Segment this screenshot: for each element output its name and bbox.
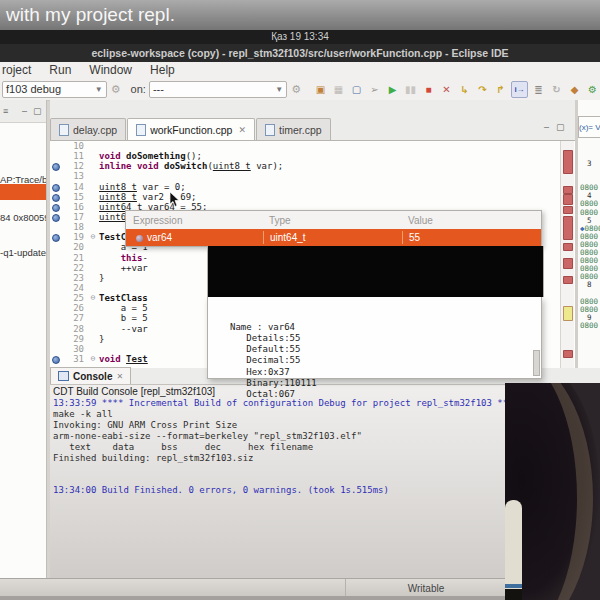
debug-row[interactable]: -q1-update/t	[0, 246, 46, 259]
tab-console[interactable]: Console ✕	[50, 367, 131, 384]
webcam-overlay	[505, 383, 600, 600]
step-over-icon[interactable]: ↷	[475, 82, 490, 97]
breakpoint-margin[interactable]	[50, 344, 62, 354]
breakpoint-margin[interactable]	[50, 171, 62, 181]
annotation-marker[interactable]	[563, 150, 573, 174]
breakpoint-margin[interactable]	[50, 151, 62, 161]
breakpoint-icon[interactable]	[50, 182, 62, 192]
close-icon[interactable]: ✕	[238, 125, 246, 135]
breakpoint-margin[interactable]	[50, 273, 62, 283]
breakpoint-margin[interactable]	[50, 303, 62, 313]
tab-variables[interactable]: (x)= V	[578, 116, 600, 138]
step-into-icon[interactable]: ↳	[457, 82, 472, 97]
view-menu-icon[interactable]: ≡	[3, 106, 8, 116]
fold-collapse-icon[interactable]: ⊖	[87, 354, 99, 364]
line-number: 28	[62, 324, 87, 334]
fold-margin	[87, 313, 99, 323]
debug-view-panel: ≡ – ▢ AP:Trace/br84 0x8005930-q1-update/…	[0, 100, 47, 578]
trace-icon[interactable]: ◆	[567, 82, 582, 97]
fold-margin	[87, 192, 99, 202]
restart-icon[interactable]: ↻	[549, 82, 564, 97]
expression-popup-table: Expression Type Value var64 uint64_t 55	[125, 210, 542, 247]
tab-timer-cpp[interactable]: timer.cpp	[256, 118, 331, 140]
expression-row-var64[interactable]: var64 uint64_t 55	[126, 229, 541, 246]
annotation-marker[interactable]	[563, 186, 573, 194]
fold-margin	[87, 171, 99, 181]
fold-collapse-icon[interactable]: ⊖	[87, 232, 99, 242]
view-menu-icon[interactable]: ≣	[531, 82, 546, 97]
target-combo[interactable]: --- ▼	[149, 81, 287, 98]
breakpoint-icon[interactable]	[50, 192, 62, 202]
fold-collapse-icon[interactable]: ⊖	[87, 293, 99, 303]
debug-row-selected[interactable]	[0, 184, 46, 200]
minimize-icon[interactable]: –	[22, 106, 27, 116]
settings-gear-icon[interactable]: ⚙	[585, 82, 600, 97]
breakpoint-icon[interactable]	[50, 212, 62, 222]
launch-gear-icon[interactable]: ⚙	[111, 83, 121, 96]
breakpoint-icon[interactable]	[50, 161, 62, 171]
breakpoint-icon[interactable]	[50, 202, 62, 212]
console-line: Finished building: repl_stm32f103.siz	[53, 453, 553, 464]
annotation-marker[interactable]	[563, 243, 573, 251]
line-number: 26	[62, 303, 87, 313]
breakpoint-margin[interactable]	[50, 324, 62, 334]
annotation-marker[interactable]	[563, 194, 573, 205]
menu-item-run[interactable]: Run	[49, 63, 71, 77]
console-display-icon[interactable]: ▢	[349, 82, 364, 97]
target-gear-icon[interactable]: ⚙	[291, 83, 301, 96]
scrollbar[interactable]	[533, 350, 540, 376]
line-number: 19	[62, 232, 87, 242]
maximize-icon[interactable]: ▢	[556, 122, 565, 132]
save-icon[interactable]: ▦	[331, 82, 346, 97]
breakpoint-margin[interactable]	[50, 283, 62, 293]
annotation-marker[interactable]	[563, 350, 573, 358]
fold-margin	[87, 283, 99, 293]
line-number: 20	[62, 242, 87, 252]
resume-icon[interactable]: ▶	[385, 82, 400, 97]
terminate-icon[interactable]: ■	[421, 82, 436, 97]
suspend-icon[interactable]: ▮▮	[403, 82, 418, 97]
tab-workFunction-cpp[interactable]: workFunction.cpp✕	[127, 118, 255, 140]
breakpoint-margin[interactable]	[50, 263, 62, 273]
breakpoint-margin[interactable]	[50, 222, 62, 232]
annotation-marker[interactable]	[563, 216, 573, 240]
annotation-marker[interactable]	[563, 206, 573, 214]
breakpoint-margin[interactable]	[50, 334, 62, 344]
window-title: eclipse-workspace (copy) - repl_stm32f10…	[91, 47, 508, 59]
maximize-icon[interactable]: ▢	[33, 106, 42, 116]
detail-line: Default:55	[230, 344, 541, 355]
fold-margin	[87, 334, 99, 344]
overview-ruler[interactable]	[560, 141, 574, 368]
disconnect-icon[interactable]: ✕	[439, 82, 454, 97]
code-line: 12inline void doSwitch(uint8_t var);	[50, 161, 575, 171]
annotation-marker[interactable]	[563, 276, 573, 284]
code-text: }	[99, 334, 104, 344]
tab-delay-cpp[interactable]: delay.cpp	[50, 118, 126, 140]
pin-arrow-icon[interactable]: ➢	[367, 82, 382, 97]
debug-row[interactable]: 84 0x8005930	[0, 211, 46, 224]
breakpoint-margin[interactable]	[50, 313, 62, 323]
line-number: 11	[62, 151, 87, 161]
new-launch-icon[interactable]: ▣	[313, 82, 328, 97]
step-return-icon[interactable]: ↱	[493, 82, 508, 97]
breakpoint-margin[interactable]	[50, 141, 62, 151]
breakpoint-icon[interactable]	[50, 354, 62, 364]
instruction-stepping-icon[interactable]: i→	[511, 81, 528, 98]
breakpoint-margin[interactable]	[50, 242, 62, 252]
menu-item-help[interactable]: Help	[150, 63, 175, 77]
close-icon[interactable]: ✕	[116, 372, 123, 381]
expression-detail-editor[interactable]	[207, 246, 544, 297]
breakpoint-margin[interactable]	[50, 253, 62, 263]
minimize-icon[interactable]: –	[544, 122, 549, 132]
code-text: void Test	[99, 354, 148, 364]
launch-config-combo[interactable]: f103 debug ▼	[2, 81, 107, 98]
chevron-down-icon: ▼	[275, 85, 283, 94]
annotation-marker[interactable]	[563, 258, 573, 269]
detail-line: Hex:0x37	[230, 367, 541, 378]
menu-item-roject[interactable]: roject	[2, 63, 31, 77]
annotation-marker[interactable]	[563, 306, 573, 321]
breakpoint-icon[interactable]	[50, 232, 62, 242]
breakpoint-margin[interactable]	[50, 293, 62, 303]
fold-margin	[87, 182, 99, 192]
menu-item-window[interactable]: Window	[89, 63, 132, 77]
